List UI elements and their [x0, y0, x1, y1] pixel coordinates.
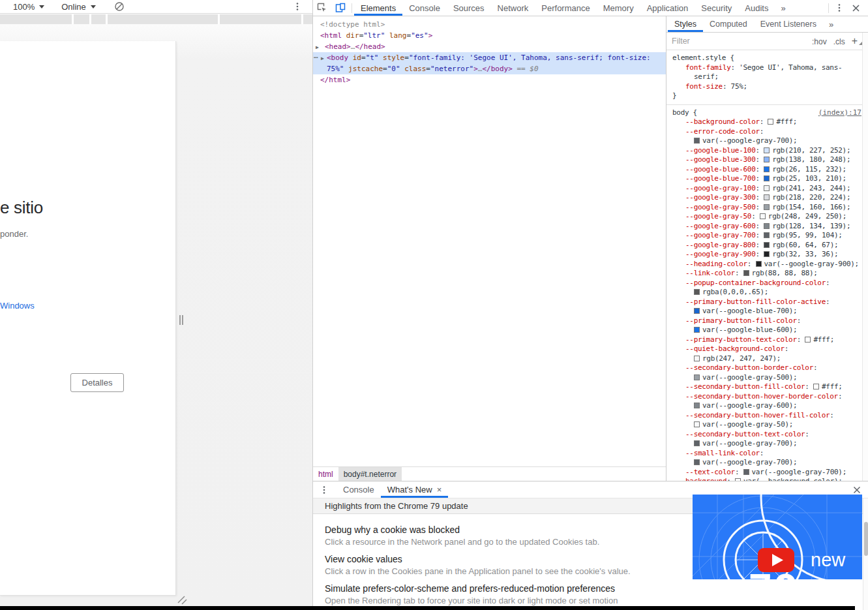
- css-property[interactable]: --primary-button-fill-color-active: var(…: [672, 297, 861, 316]
- css-property[interactable]: --google-gray-50: rgb(248, 249, 250);: [672, 212, 861, 222]
- css-property[interactable]: --google-gray-800: rgb(60, 64, 67);: [672, 241, 861, 251]
- details-button[interactable]: Detalles: [70, 373, 124, 392]
- css-property[interactable]: --popup-container-background-color: rgba…: [672, 279, 861, 297]
- toggle-hov[interactable]: :hov: [809, 37, 830, 46]
- viewport-width-resize-handle[interactable]: [179, 315, 183, 325]
- drawer-tab-what-s-new[interactable]: What's New×: [381, 481, 449, 498]
- tab-security[interactable]: Security: [695, 0, 738, 16]
- color-swatch[interactable]: [694, 440, 700, 446]
- css-property[interactable]: --google-gray-600: rgb(128, 134, 139);: [672, 222, 861, 232]
- new-style-rule-button[interactable]: +: [848, 35, 859, 46]
- stylesheet-source-link[interactable]: (index):17: [818, 108, 861, 118]
- whats-new-video-thumbnail[interactable]: 79 new: [693, 495, 862, 579]
- scrollbar-thumb[interactable]: [864, 522, 868, 556]
- css-property[interactable]: font-size: 75%;: [672, 82, 861, 92]
- toggle-device-toolbar-icon[interactable]: [331, 0, 350, 16]
- breadcrumb-item[interactable]: body#t.neterror: [338, 467, 402, 481]
- color-swatch[interactable]: [764, 194, 770, 200]
- css-property[interactable]: --link-color: rgb(88, 88, 88);: [672, 269, 861, 279]
- styles-tab-computed[interactable]: Computed: [703, 16, 754, 32]
- media-query-segment[interactable]: [220, 14, 301, 24]
- color-swatch[interactable]: [764, 232, 770, 238]
- css-property[interactable]: --google-blue-300: rgb(138, 180, 248);: [672, 155, 861, 165]
- css-property[interactable]: --google-gray-700: rgb(95, 99, 104);: [672, 231, 861, 241]
- expand-arrow-icon[interactable]: ▶: [321, 53, 324, 64]
- zoom-select[interactable]: 100%: [13, 2, 44, 12]
- css-property[interactable]: --google-gray-100: rgb(241, 243, 244);: [672, 184, 861, 194]
- color-swatch[interactable]: [764, 175, 770, 181]
- toggle-cls[interactable]: .cls: [830, 37, 848, 46]
- throttling-select[interactable]: Online: [61, 2, 96, 12]
- color-swatch[interactable]: [694, 374, 700, 380]
- tab-audits[interactable]: Audits: [738, 0, 775, 16]
- tab-sources[interactable]: Sources: [447, 0, 491, 16]
- color-swatch[interactable]: [694, 289, 700, 295]
- css-property[interactable]: --google-blue-700: rgb(25, 103, 210);: [672, 174, 861, 184]
- dom-tree-node[interactable]: …▶<body id="t" style="font-family: 'Sego…: [313, 52, 666, 74]
- styles-scrollbar[interactable]: [862, 33, 868, 481]
- css-property[interactable]: --text-color: var(--google-gray-700);: [672, 468, 861, 478]
- color-swatch[interactable]: [694, 403, 700, 408]
- whats-new-item-title[interactable]: Simulate prefers-color-scheme and prefer…: [325, 583, 690, 594]
- media-query-segment[interactable]: [91, 14, 106, 24]
- css-property[interactable]: --secondary-button-fill-color: #fff;: [672, 382, 861, 392]
- css-property[interactable]: --primary-button-text-color: #fff;: [672, 335, 861, 345]
- dom-tree-node[interactable]: </html>: [313, 74, 666, 85]
- dom-tree-node[interactable]: <html dir="ltr" lang="es">: [313, 30, 666, 41]
- color-swatch[interactable]: [694, 421, 700, 427]
- css-property[interactable]: --secondary-button-text-color: var(--goo…: [672, 430, 861, 449]
- color-swatch[interactable]: [760, 213, 766, 219]
- tab-elements[interactable]: Elements: [354, 0, 402, 16]
- css-property[interactable]: --google-gray-500: rgb(154, 160, 166);: [672, 203, 861, 213]
- whats-new-item-title[interactable]: Debug why a cookie was blocked: [325, 525, 690, 535]
- color-swatch[interactable]: [764, 147, 770, 153]
- media-query-segment[interactable]: [108, 14, 218, 24]
- css-property[interactable]: --secondary-button-hover-fill-color: var…: [672, 411, 861, 430]
- tab-application[interactable]: Application: [640, 0, 695, 16]
- color-swatch[interactable]: [813, 384, 819, 389]
- color-swatch[interactable]: [743, 270, 749, 276]
- more-tabs-button[interactable]: »: [775, 0, 791, 16]
- windows-diagnostics-link[interactable]: Windows: [0, 301, 35, 311]
- devtools-menu-kebab-icon[interactable]: [831, 0, 848, 16]
- color-swatch[interactable]: [764, 251, 770, 257]
- color-swatch[interactable]: [694, 138, 700, 144]
- css-property[interactable]: --quiet-background-color: rgb(247, 247, …: [672, 344, 861, 363]
- drawer-menu-kebab-icon[interactable]: [313, 481, 333, 498]
- css-property[interactable]: --secondary-button-hover-border-color: v…: [672, 392, 861, 411]
- css-property[interactable]: --google-blue-100: rgb(210, 227, 252);: [672, 146, 861, 156]
- color-swatch[interactable]: [764, 166, 770, 172]
- dom-tree-node[interactable]: ▶<head>…</head>: [313, 41, 666, 52]
- css-property[interactable]: --secondary-button-border-color: var(--g…: [672, 363, 861, 382]
- css-property[interactable]: --primary-button-fill-color: var(--googl…: [672, 316, 861, 335]
- whats-new-item-title[interactable]: View cookie values: [325, 554, 690, 564]
- drawer-tab-console[interactable]: Console: [337, 481, 381, 498]
- color-swatch[interactable]: [694, 327, 700, 333]
- css-property[interactable]: --heading-color: var(--google-gray-900);: [672, 260, 861, 269]
- color-swatch[interactable]: [764, 185, 770, 191]
- color-swatch[interactable]: [764, 204, 770, 210]
- css-property[interactable]: --google-gray-300: rgb(218, 220, 224);: [672, 193, 861, 203]
- close-tab-icon[interactable]: ×: [437, 487, 442, 493]
- styles-more-tabs-button[interactable]: »: [823, 16, 839, 32]
- css-property[interactable]: --google-gray-900: rgb(32, 33, 36);: [672, 250, 861, 260]
- media-query-segment[interactable]: [303, 14, 312, 24]
- color-swatch[interactable]: [764, 223, 770, 229]
- color-swatch[interactable]: [694, 308, 700, 314]
- dom-tree-node[interactable]: <!doctype html>: [313, 19, 666, 30]
- color-swatch[interactable]: [756, 261, 762, 267]
- drawer-scrollbar[interactable]: [863, 498, 868, 610]
- css-property[interactable]: font-family: 'Segoe UI', Tahoma, sans-se…: [672, 63, 861, 82]
- color-swatch[interactable]: [764, 157, 770, 162]
- tab-performance[interactable]: Performance: [535, 0, 596, 16]
- styles-tab-event-listeners[interactable]: Event Listeners: [754, 16, 823, 32]
- color-swatch[interactable]: [768, 119, 773, 125]
- css-property[interactable]: --google-blue-600: rgb(26, 115, 232);: [672, 165, 861, 175]
- device-menu-kebab-icon[interactable]: [293, 2, 302, 11]
- css-property[interactable]: --background-color: #fff;: [672, 117, 861, 127]
- media-query-segment[interactable]: [0, 14, 72, 24]
- color-swatch[interactable]: [764, 242, 770, 248]
- css-property[interactable]: --small-link-color: var(--google-gray-70…: [672, 449, 861, 468]
- styles-filter-input[interactable]: [672, 37, 809, 46]
- tab-console[interactable]: Console: [402, 0, 447, 16]
